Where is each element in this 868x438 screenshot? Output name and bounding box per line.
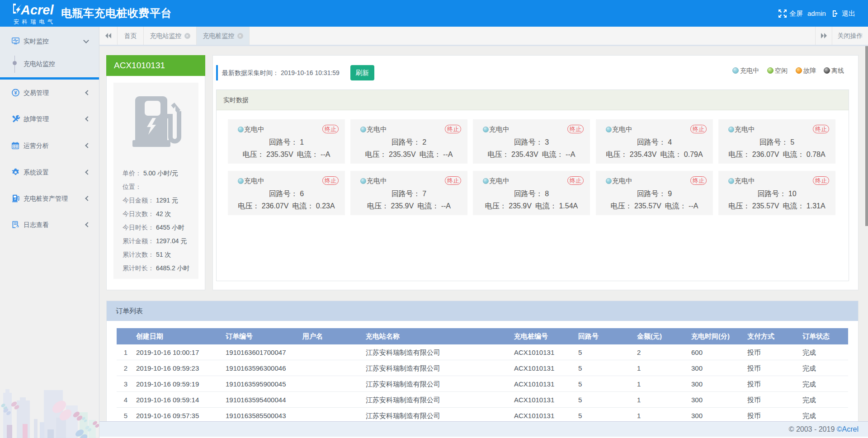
svg-text:¥: ¥ [14, 90, 17, 95]
